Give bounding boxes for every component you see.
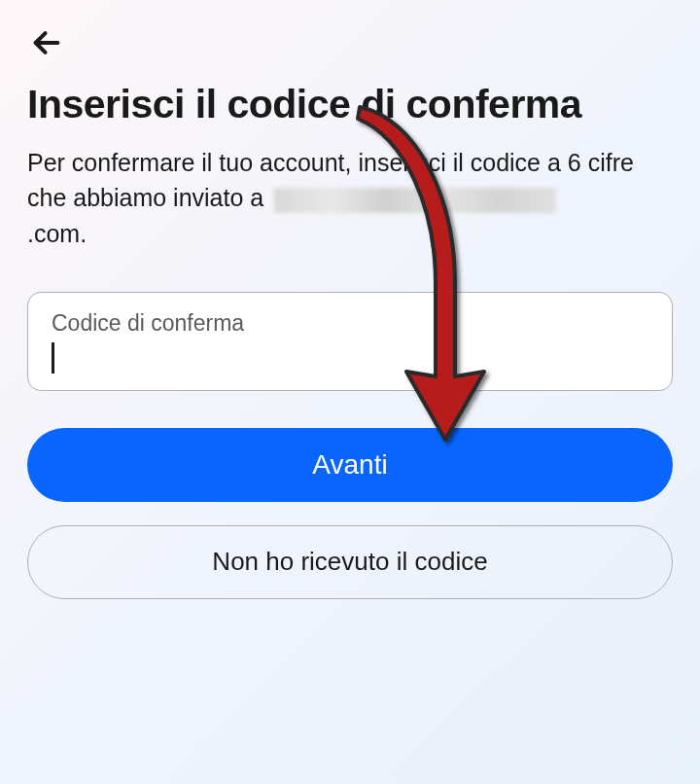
- subtitle-text-post: .com.: [27, 220, 87, 247]
- redacted-email: [274, 188, 556, 213]
- back-button[interactable]: [27, 23, 66, 62]
- page-subtitle: Per confermare il tuo account, inserisci…: [27, 145, 673, 251]
- page-title: Inserisci il codice di conferma: [27, 82, 673, 127]
- next-button[interactable]: Avanti: [27, 428, 673, 502]
- arrow-left-icon: [30, 26, 63, 59]
- confirmation-code-field[interactable]: Codice di conferma: [27, 292, 673, 391]
- input-caret: [52, 342, 54, 374]
- input-label: Codice di conferma: [52, 310, 648, 337]
- resend-code-button[interactable]: Non ho ricevuto il codice: [27, 525, 673, 599]
